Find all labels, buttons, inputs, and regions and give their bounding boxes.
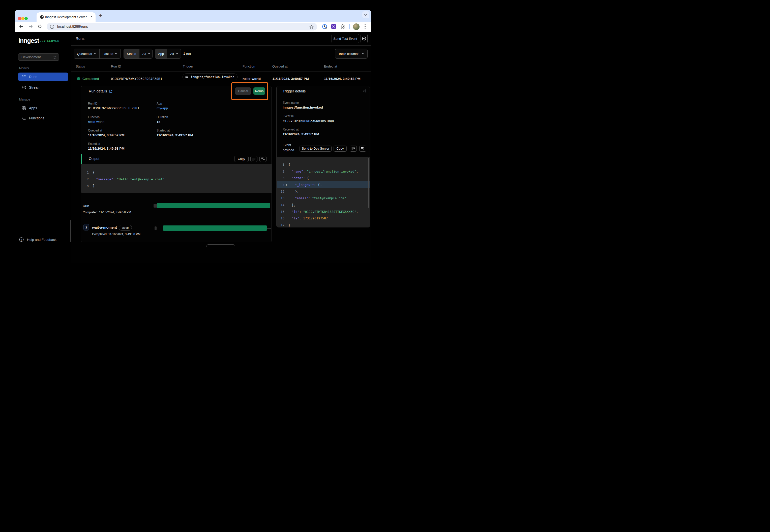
copy-label: Copy <box>238 157 245 161</box>
sidebar-item-apps[interactable]: Apps <box>18 104 68 112</box>
output-header: Output Copy <box>81 154 272 164</box>
collapse-panel-icon[interactable] <box>362 89 366 93</box>
timeline-run-offset <box>153 204 157 208</box>
status-filter-label: Status <box>124 49 139 58</box>
send-to-dev-server-button[interactable]: Send to Dev Server <box>300 146 332 152</box>
payload-wrap-button[interactable] <box>350 146 357 152</box>
duration-label: Duration <box>156 115 168 119</box>
code-line: 2"name": "inngest/function.invoked", <box>277 168 370 175</box>
duration-value: 1s <box>156 120 160 124</box>
monitor-section-label: Monitor <box>19 67 29 70</box>
trigger-details-title: Trigger details <box>283 89 306 93</box>
window-minimize-button[interactable] <box>21 17 24 20</box>
cancel-button[interactable]: Cancel <box>235 87 251 95</box>
url-bar[interactable]: localhost:8288/runs <box>47 23 317 30</box>
column-header-trigger[interactable]: Trigger <box>183 64 193 68</box>
sidebar-scrollbar[interactable] <box>70 220 71 242</box>
payload-scrollbar[interactable] <box>368 158 369 208</box>
started-value: 11/16/2024, 3:49:57 PM <box>156 133 193 137</box>
gear-icon <box>362 36 366 41</box>
timeline-step-bar[interactable] <box>163 225 267 231</box>
status-filter-dropdown[interactable]: All <box>139 49 152 58</box>
chevron-down-icon <box>148 53 150 54</box>
extensions-puzzle-icon[interactable] <box>340 24 345 29</box>
timeline-run-bar[interactable] <box>157 203 270 208</box>
status-filter-group: Status All <box>123 49 152 59</box>
password-manager-extension-icon[interactable] <box>322 24 327 29</box>
stream-icon <box>22 85 26 89</box>
sidebar-item-runs[interactable]: Runs <box>18 73 68 81</box>
time-field-label: Queued at <box>77 52 92 56</box>
output-expand-button[interactable] <box>260 156 267 162</box>
function-link[interactable]: hello-world <box>88 120 104 124</box>
column-header-status[interactable]: Status <box>76 64 85 68</box>
row-trigger-badge[interactable]: inngest/function.invoked <box>182 74 238 80</box>
step-kind-label: sleep <box>122 226 129 229</box>
event-payload-code[interactable]: 1{2"name": "inngest/function.invoked",3"… <box>277 157 370 227</box>
sidebar-item-functions[interactable]: Functions <box>18 114 68 122</box>
payload-copy-button[interactable]: Copy <box>334 146 347 152</box>
tab-search-button[interactable] <box>362 11 369 18</box>
profile-avatar[interactable] <box>353 23 360 30</box>
output-code[interactable]: 1{2"message": "Hello test@example.com!"3… <box>81 164 272 193</box>
tab-close-icon[interactable]: × <box>90 15 92 19</box>
column-header-queued[interactable]: Queued at <box>272 64 288 68</box>
forward-button[interactable] <box>28 24 33 29</box>
purple-extension-icon[interactable] <box>331 24 336 29</box>
svg-text:?: ? <box>21 238 22 241</box>
apps-icon <box>22 106 26 110</box>
table-columns-button[interactable]: Table columns <box>335 49 367 58</box>
payload-expand-button[interactable] <box>359 146 366 152</box>
main-content: Runs Send Test Event Queued at Last 3d <box>71 32 371 263</box>
app-link[interactable]: my-app <box>156 106 168 110</box>
row-run-id: 01JCVBTMV3WXY9D3CFDEJFZSB1 <box>111 77 162 81</box>
code-line: 1{ <box>277 161 370 168</box>
step-kind-badge: sleep <box>119 225 132 231</box>
manage-section-label: Manage <box>19 98 30 101</box>
tab-strip: Inngest Development Server × + <box>15 10 371 22</box>
settings-button[interactable] <box>361 34 368 43</box>
queued-label: Queued at <box>88 129 102 132</box>
column-header-function[interactable]: Function <box>243 64 255 68</box>
time-range-dropdown[interactable]: Last 3d <box>99 49 120 58</box>
event-name-value: inngest/function.invoked <box>283 106 323 109</box>
column-header-ended[interactable]: Ended at <box>324 64 337 68</box>
sidebar-item-stream[interactable]: Stream <box>18 83 68 92</box>
output-wrap-button[interactable] <box>250 156 258 162</box>
timeline-run-label: Run <box>83 204 89 208</box>
app-filter-dropdown[interactable]: All <box>167 49 181 58</box>
new-tab-button[interactable]: + <box>99 13 102 19</box>
time-filter-group: Queued at Last 3d <box>74 49 121 59</box>
event-name-label: Event name <box>283 101 299 105</box>
partially-visible-button[interactable] <box>207 244 235 247</box>
reload-button[interactable] <box>37 24 43 29</box>
back-arrow-icon <box>19 25 23 28</box>
expand-lines-icon <box>361 147 365 150</box>
back-button[interactable] <box>18 24 24 29</box>
rerun-label: Rerun <box>255 89 264 93</box>
rerun-button[interactable]: Rerun <box>254 87 265 95</box>
external-link-icon[interactable] <box>109 90 112 93</box>
event-id-label: Event ID <box>283 114 294 118</box>
browser-toolbar: localhost:8288/runs <box>15 22 371 32</box>
window-zoom-button[interactable] <box>24 17 28 20</box>
time-range-label: Last 3d <box>103 52 113 56</box>
time-field-dropdown[interactable]: Queued at <box>74 49 99 58</box>
output-copy-button[interactable]: Copy <box>234 156 249 162</box>
step-expand-button[interactable]: ❯ <box>83 224 89 230</box>
column-header-run-id[interactable]: Run ID <box>111 64 121 68</box>
status-filter-value: All <box>142 52 146 56</box>
send-test-event-button[interactable]: Send Test Event <box>332 34 359 43</box>
browser-menu-button[interactable] <box>362 24 368 29</box>
timeline-step-offset <box>154 226 156 230</box>
window-close-button[interactable] <box>18 17 21 20</box>
help-and-feedback[interactable]: ? Help and Feedback <box>19 237 56 242</box>
environment-selector[interactable]: Development <box>18 53 59 61</box>
row-ended-at: 11/16/2024, 3:49:58 PM <box>324 77 361 81</box>
updown-chevrons-icon <box>53 56 56 59</box>
site-info-icon[interactable] <box>50 25 54 29</box>
sidebar-item-label: Stream <box>29 85 40 89</box>
trigger-details-card: Trigger details Event name inngest/funct… <box>276 86 370 227</box>
bookmark-star-icon[interactable] <box>309 25 314 29</box>
browser-tab[interactable]: Inngest Development Server × <box>37 12 95 22</box>
